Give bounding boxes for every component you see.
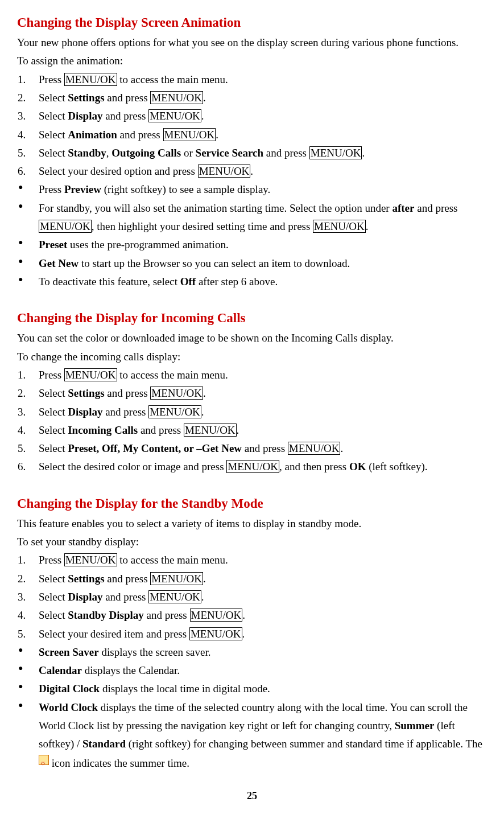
page-number: 25 <box>17 787 487 805</box>
note-standby-after: For standby, you will also set the anima… <box>28 199 487 236</box>
to-change-incoming-line: To change the incoming calls display: <box>17 348 487 366</box>
opt-screen-saver: Screen Saver displays the screen saver. <box>28 643 487 661</box>
menuok-key: MENU/OK <box>226 460 279 473</box>
step-4: Select Standby Display and press MENU/OK… <box>28 606 487 624</box>
menuok-key: MENU/OK <box>163 128 216 141</box>
menuok-key: MENU/OK <box>288 442 341 455</box>
menuok-key: MENU/OK <box>64 553 117 566</box>
menuok-key: MENU/OK <box>64 73 117 86</box>
opt-world-clock: World Clock displays the time of the sel… <box>28 698 487 772</box>
step-1: Press MENU/OK to access the main menu. <box>28 71 487 89</box>
menuok-key: MENU/OK <box>184 424 237 437</box>
menuok-key: MENU/OK <box>313 220 366 233</box>
section-heading-incoming: Changing the Display for Incoming Calls <box>17 307 487 329</box>
menuok-key: MENU/OK <box>150 572 203 585</box>
standby-options-list: Screen Saver displays the screen saver. … <box>17 643 487 772</box>
to-assign-line: To assign the animation: <box>17 52 487 70</box>
animation-steps-list: Press MENU/OK to access the main menu. S… <box>17 71 487 181</box>
step-5: Select Preset, Off, My Content, or –Get … <box>28 439 487 458</box>
step-3: Select Display and press MENU/OK. <box>28 588 487 606</box>
summer-time-icon <box>39 755 49 765</box>
menuok-key: MENU/OK <box>189 627 242 640</box>
section-heading-animation: Changing the Display Screen Animation <box>17 11 487 34</box>
step-1: Press MENU/OK to access the main menu. <box>28 551 487 569</box>
note-deactivate: To deactivate this feature, select Off a… <box>28 273 487 291</box>
menuok-key: MENU/OK <box>148 405 201 418</box>
opt-digital-clock: Digital Clock displays the local time in… <box>28 680 487 698</box>
step-5: Select your desired item and press MENU/… <box>28 625 487 643</box>
step-2: Select Settings and press MENU/OK. <box>28 89 487 107</box>
intro-text: Your new phone offers options for what y… <box>17 34 487 52</box>
note-preview: Press Preview (right softkey) to see a s… <box>28 180 487 199</box>
menuok-key: MENU/OK <box>150 387 203 400</box>
note-get-new: Get New to start up the Browser so you c… <box>28 254 487 273</box>
menuok-key: MENU/OK <box>39 220 92 233</box>
intro-text: This feature enables you to select a var… <box>17 515 487 533</box>
section-heading-standby: Changing the Display for the Standby Mod… <box>17 492 487 515</box>
step-5: Select Standby, Outgoing Calls or Servic… <box>28 144 487 162</box>
note-preset: Preset uses the pre-programmed animation… <box>28 236 487 254</box>
incoming-steps-list: Press MENU/OK to access the main menu. S… <box>17 366 487 476</box>
step-2: Select Settings and press MENU/OK. <box>28 384 487 402</box>
section-spacer <box>17 476 487 492</box>
step-3: Select Display and press MENU/OK. <box>28 403 487 421</box>
step-3: Select Display and press MENU/OK. <box>28 107 487 125</box>
step-1: Press MENU/OK to access the main menu. <box>28 366 487 384</box>
step-6: Select your desired option and press MEN… <box>28 162 487 180</box>
animation-notes-list: Press Preview (right softkey) to see a s… <box>17 180 487 291</box>
step-2: Select Settings and press MENU/OK. <box>28 570 487 588</box>
to-set-standby-line: To set your standby display: <box>17 533 487 551</box>
menuok-key: MENU/OK <box>309 146 362 159</box>
step-6: Select the desired color or image and pr… <box>28 458 487 476</box>
menuok-key: MENU/OK <box>198 165 251 178</box>
opt-calendar: Calendar displays the Calendar. <box>28 661 487 680</box>
step-4: Select Incoming Calls and press MENU/OK. <box>28 421 487 439</box>
menuok-key: MENU/OK <box>190 609 243 622</box>
step-4: Select Animation and press MENU/OK. <box>28 126 487 144</box>
menuok-key: MENU/OK <box>64 368 117 381</box>
section-spacer <box>17 291 487 307</box>
menuok-key: MENU/OK <box>148 590 201 603</box>
standby-steps-list: Press MENU/OK to access the main menu. S… <box>17 551 487 643</box>
intro-text: You can set the color or downloaded imag… <box>17 329 487 347</box>
menuok-key: MENU/OK <box>148 109 201 122</box>
menuok-key: MENU/OK <box>150 91 203 104</box>
